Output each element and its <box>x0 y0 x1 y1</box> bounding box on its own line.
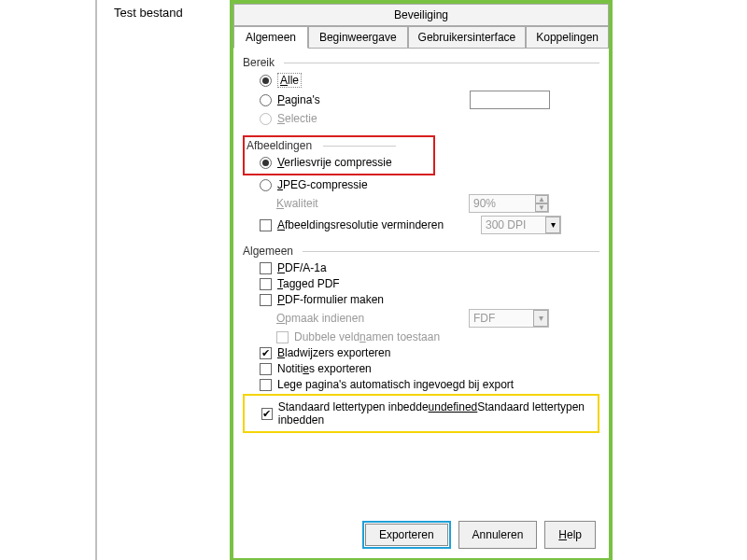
radio-row-jpeg[interactable]: JPEG-compressie <box>260 178 599 191</box>
tab-user-interface[interactable]: Gebruikersinterface <box>408 26 527 49</box>
check-form-label: PDF-formulier maken <box>277 293 384 306</box>
pdf-export-dialog: Beveiliging Algemeen Beginweergave Gebru… <box>230 0 613 560</box>
check-embed-fonts[interactable] <box>261 408 273 420</box>
check-row-dup-fields: Dubbele veldnamen toestaan <box>276 330 599 343</box>
check-form[interactable] <box>260 294 272 306</box>
radio-all[interactable] <box>260 75 272 87</box>
check-bookmarks[interactable] <box>260 347 272 359</box>
radio-row-all[interactable]: Alle <box>260 73 599 88</box>
row-quality: Kwaliteit ▲ ▼ <box>276 194 599 213</box>
check-row-pdfa[interactable]: PDF/A-1a <box>260 261 599 274</box>
quality-label: Kwaliteit <box>276 197 463 210</box>
export-button[interactable]: Exporteren <box>365 524 448 546</box>
check-row-embed-fonts[interactable]: Standaard lettertypen inbeddeundefinedSt… <box>261 400 594 427</box>
check-dup-fields-label: Dubbele veldnamen toestaan <box>294 330 440 343</box>
radio-row-lossless[interactable]: Verliesvrije compressie <box>260 156 396 169</box>
help-button[interactable]: Help <box>544 521 596 549</box>
dialog-tabs: Beveiliging Algemeen Beginweergave Gebru… <box>233 4 609 49</box>
check-notes[interactable] <box>260 363 272 375</box>
radio-selection-label: Selectie <box>277 112 317 125</box>
radio-selection <box>260 113 272 125</box>
check-pdfa-label: PDF/A-1a <box>277 261 327 274</box>
check-blank-pages-label: Lege pagina's automatisch ingevoegd bij … <box>277 378 514 391</box>
tab-security[interactable]: Beveiliging <box>233 4 609 26</box>
section-title-range: Bereik <box>243 56 599 69</box>
radio-lossless[interactable] <box>260 157 272 169</box>
dialog-button-bar: Exporteren Annuleren Help <box>243 511 599 558</box>
radio-pages[interactable] <box>260 94 272 106</box>
chevron-down-icon: ▾ <box>533 310 548 327</box>
check-reduce-res-label: Afbeeldingsresolutie verminderen <box>277 218 475 231</box>
tab-links[interactable]: Koppelingen <box>526 26 609 49</box>
check-pdfa[interactable] <box>260 262 272 274</box>
check-reduce-res[interactable] <box>260 219 272 231</box>
radio-jpeg-label: JPEG-compressie <box>277 178 368 191</box>
highlight-embed-fonts: Standaard lettertypen inbeddeundefinedSt… <box>243 394 599 433</box>
check-row-notes[interactable]: Notities exporteren <box>260 362 599 375</box>
check-blank-pages[interactable] <box>260 379 272 391</box>
check-row-bookmarks[interactable]: Bladwijzers exporteren <box>260 346 599 359</box>
check-embed-fonts-label: Standaard lettertypen inbeddeundefinedSt… <box>278 400 594 427</box>
check-row-blank-pages[interactable]: Lege pagina's automatisch ingevoegd bij … <box>260 378 599 391</box>
check-tagged[interactable] <box>260 278 272 290</box>
highlight-lossless: Afbeeldingen Verliesvrije compressie <box>243 135 435 175</box>
document-body-text: Test bestand <box>114 6 183 20</box>
chevron-down-icon: ▾ <box>545 217 560 233</box>
tab-general[interactable]: Algemeen <box>233 26 308 49</box>
check-tagged-label: Tagged PDF <box>277 277 340 290</box>
tab-initial-view[interactable]: Beginweergave <box>308 26 408 49</box>
chevron-up-icon: ▲ <box>535 195 548 203</box>
radio-pages-label: Pagina's <box>277 93 464 106</box>
section-images: Afbeeldingen Verliesvrije compressie JPE… <box>243 135 599 237</box>
radio-row-selection: Selectie <box>260 112 599 125</box>
section-general: Algemeen PDF/A-1a Tagged PDF PDF-formuli… <box>243 245 599 433</box>
pages-input[interactable] <box>470 91 550 109</box>
section-range: Bereik Alle Pagina's Selectie <box>243 56 599 128</box>
check-bookmarks-label: Bladwijzers exporteren <box>277 346 390 359</box>
check-row-tagged[interactable]: Tagged PDF <box>260 277 599 290</box>
check-notes-label: Notities exporteren <box>277 362 372 375</box>
cancel-button[interactable]: Annuleren <box>458 521 538 549</box>
check-row-form[interactable]: PDF-formulier maken <box>260 293 599 306</box>
section-title-general: Algemeen <box>243 245 599 258</box>
chevron-down-icon: ▼ <box>535 203 548 212</box>
radio-row-pages[interactable]: Pagina's <box>260 91 599 109</box>
check-row-reduce-res[interactable]: Afbeeldingsresolutie verminderen ▾ <box>260 216 599 234</box>
submit-format-label: Opmaak indienen <box>276 312 463 325</box>
radio-all-label: Alle <box>277 73 302 88</box>
section-title-images: Afbeeldingen <box>247 139 396 152</box>
radio-lossless-label: Verliesvrije compressie <box>277 156 392 169</box>
row-submit-format: Opmaak indienen ▾ <box>276 309 599 328</box>
radio-jpeg[interactable] <box>260 179 272 191</box>
check-dup-fields <box>276 331 289 343</box>
highlight-export: Exporteren <box>362 521 451 549</box>
